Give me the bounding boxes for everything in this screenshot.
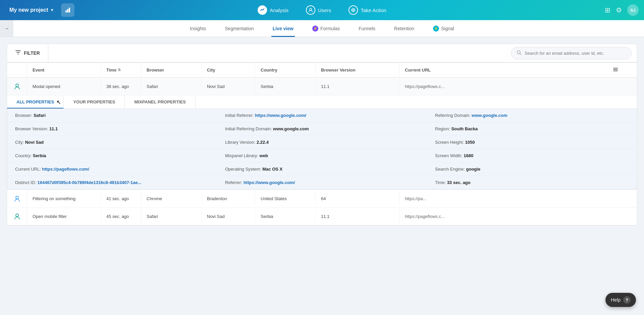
tab-insights[interactable]: Insights (189, 20, 207, 37)
th-city: City (202, 63, 255, 77)
filter-button[interactable]: FILTER (7, 44, 48, 62)
td-browser-3: Safari (141, 210, 202, 223)
td-browser-version-2: 64 (316, 192, 399, 205)
secondary-nav: → Insights Segmentation Live view ⚡ Form… (0, 20, 644, 37)
table-row[interactable]: Modal opened 38 sec. ago Safari Novi Sad… (7, 78, 637, 95)
analysis-icon (258, 5, 267, 15)
gear-icon[interactable]: ⚙ (616, 6, 622, 14)
project-selector[interactable]: My new project ▾ (5, 4, 57, 16)
prop-city: City: Novi Sad (7, 136, 217, 149)
td-country-1: Serbia (255, 80, 316, 93)
td-country-3: Serbia (255, 210, 316, 223)
search-input[interactable] (525, 51, 626, 56)
td-avatar-1 (7, 78, 27, 95)
bolt-purple-icon: ⚡ (312, 26, 318, 32)
prop-browser-version: Browser Version: 11.1 (7, 122, 217, 136)
prop-current-url: Current URL: https://pageflows.com/ (7, 163, 217, 176)
table-header: Event Time ⇅ Browser City Country Browse… (7, 63, 637, 78)
th-icon (7, 63, 27, 77)
td-avatar-3 (7, 208, 27, 225)
svg-rect-2 (69, 8, 70, 12)
td-event-3: Open mobile filter (27, 210, 101, 223)
main-content: FILTER Event Time ⇅ (0, 37, 644, 232)
top-header: My new project ▾ Analysis Us (0, 0, 644, 20)
svg-point-13 (614, 71, 615, 72)
td-browser-version-1: 11.1 (316, 80, 399, 93)
avatar[interactable]: SJ (627, 4, 639, 16)
tab-live-view[interactable]: Live view (271, 20, 295, 37)
prop-referrer: Referrer: https://www.google.com/ (217, 176, 427, 189)
project-name: My new project (9, 7, 48, 13)
table-row[interactable]: Open mobile filter 45 sec. ago Safari No… (7, 208, 637, 225)
filter-icon (15, 49, 21, 57)
prop-tab-all[interactable]: ALL PROPERTIES ↖ (7, 95, 64, 108)
td-city-1: Novi Sad (202, 80, 255, 93)
filter-label: FILTER (24, 50, 40, 56)
nav-take-action[interactable]: Take Action (345, 3, 390, 17)
svg-point-3 (310, 8, 312, 10)
search-section (48, 44, 637, 62)
prop-library-version: Library Version: 2.22.4 (217, 136, 427, 149)
user-avatar-2 (12, 194, 21, 203)
sidebar-toggle-button[interactable] (61, 3, 74, 17)
users-icon (306, 5, 315, 15)
td-time-1: 38 sec. ago (101, 80, 141, 93)
td-city-3: Novi Sad (202, 210, 255, 223)
user-avatar-3 (12, 212, 21, 221)
sort-icon: ⇅ (118, 68, 121, 72)
td-current-url-3: https://pageflows.c... (399, 210, 637, 223)
tab-segmentation[interactable]: Segmentation (223, 20, 255, 37)
td-avatar-2 (7, 190, 27, 207)
prop-tab-mixpanel[interactable]: MIXPANEL PROPERTIES (125, 95, 195, 108)
grid-icon[interactable]: ⊞ (605, 6, 610, 14)
svg-point-16 (16, 214, 18, 217)
column-settings-icon[interactable] (613, 67, 618, 73)
svg-point-14 (16, 84, 18, 87)
svg-rect-0 (65, 10, 67, 12)
search-box (511, 47, 632, 59)
prop-search-engine: Search Engine: google (427, 163, 637, 176)
th-country: Country (255, 63, 316, 77)
bolt-teal-icon: ⚡ (433, 26, 439, 32)
td-event-2: Filtering on something (27, 192, 101, 205)
filter-bar: FILTER (7, 44, 637, 62)
tab-funnels[interactable]: Funnels (357, 20, 377, 37)
svg-point-15 (16, 196, 18, 199)
td-country-2: United States (255, 192, 316, 205)
nav-arrow-button[interactable]: → (0, 20, 13, 37)
prop-operating-system: Operating System: Mac OS X (217, 163, 427, 176)
tab-formulas[interactable]: ⚡ Formulas (311, 20, 341, 37)
prop-time: Time: 33 sec. ago (427, 176, 637, 189)
svg-rect-1 (67, 9, 68, 12)
take-action-icon (348, 5, 358, 15)
take-action-label: Take Action (361, 7, 386, 13)
user-avatar-1 (12, 82, 21, 91)
svg-point-12 (616, 69, 617, 70)
th-current-url: Current URL (399, 63, 624, 77)
prop-initial-referrer: Initial Referrer: https://www.google.com… (217, 109, 427, 122)
prop-screen-height: Screen Height: 1050 (427, 136, 637, 149)
td-browser-1: Safari (141, 80, 202, 93)
header-right: ⊞ ⚙ SJ (605, 4, 639, 16)
prop-tab-yours[interactable]: YOUR PROPERTIES (64, 95, 125, 108)
tab-signal[interactable]: ⚡ Signal (432, 20, 455, 37)
users-label: Users (318, 7, 331, 13)
nav-users[interactable]: Users (303, 3, 334, 17)
th-browser-version: Browser Version (316, 63, 399, 77)
nav-analysis[interactable]: Analysis (254, 3, 292, 17)
th-time[interactable]: Time ⇅ (101, 63, 141, 77)
table-row[interactable]: Filtering on something 41 sec. ago Chrom… (7, 190, 637, 208)
analysis-label: Analysis (270, 7, 288, 13)
tab-retention[interactable]: Retention (393, 20, 416, 37)
bar-chart-icon (65, 7, 71, 13)
prop-mixpanel-library: Mixpanel Library: web (217, 149, 427, 163)
td-city-2: Bradenton (202, 192, 255, 205)
td-current-url-1: https://pageflows.c... (399, 80, 637, 93)
td-browser-2: Chrome (141, 192, 202, 205)
property-tabs: ALL PROPERTIES ↖ YOUR PROPERTIES MIXPANE… (7, 95, 637, 109)
prop-screen-width: Screen Width: 1680 (427, 149, 637, 163)
prop-distinct-id: Distinct ID: 164467d0f395c4-0b789f4de131… (7, 176, 217, 189)
prop-region: Region: South Backa (427, 122, 637, 136)
cursor-pointer-icon: ↖ (56, 99, 61, 105)
center-navigation: Analysis Users Take Action (254, 3, 390, 17)
